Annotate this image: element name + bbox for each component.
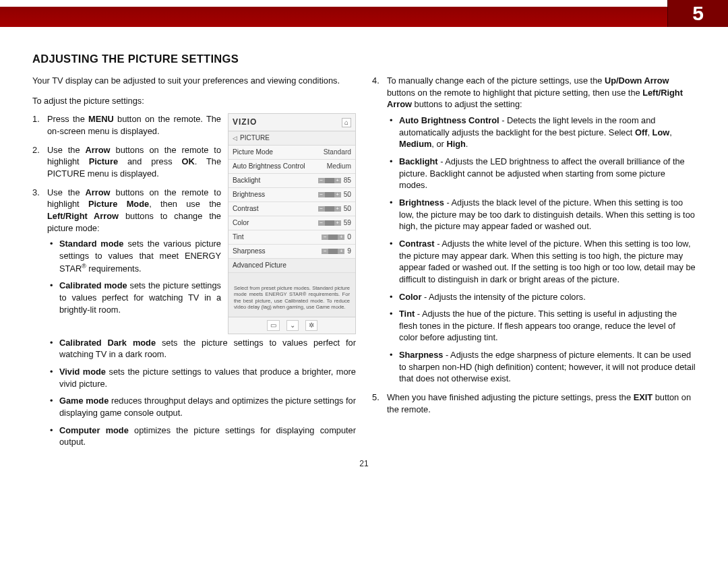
text: buttons to adjust the setting: xyxy=(412,99,522,109)
bold: Calibrated mode xyxy=(59,280,127,290)
bold: Game mode xyxy=(59,396,109,406)
text: Use the xyxy=(47,145,86,155)
setting-contrast: Contrast - Adjusts the white level of th… xyxy=(387,238,696,286)
bold: Contrast xyxy=(399,239,435,249)
text: - Adjusts the intensity of the picture c… xyxy=(421,292,585,302)
picture-mode-list-cont: Calibrated Dark mode sets the picture se… xyxy=(32,337,356,448)
text: When you have finished adjusting the pic… xyxy=(387,392,634,402)
page-body: ADJUSTING THE PICTURE SETTINGS Your TV d… xyxy=(0,27,728,475)
right-ordered-steps: To manually change each of the picture s… xyxy=(372,75,696,415)
step-2: Use the Arrow buttons on the remote to h… xyxy=(32,144,356,180)
text: Use the xyxy=(47,187,86,197)
bold: Brightness xyxy=(399,197,444,208)
bold: Picture xyxy=(89,156,118,166)
bold: Arrow xyxy=(86,187,111,197)
osd-footer: ▭ ⌄ ✲ xyxy=(229,317,355,334)
bold: Calibrated Dark mode xyxy=(59,338,156,348)
text: Press the xyxy=(47,114,88,124)
lead-text: To adjust the picture settings: xyxy=(32,95,356,107)
settings-list: Auto Brightness Control - Detects the li… xyxy=(387,115,696,385)
text: - Adjusts the edge sharpness of picture … xyxy=(399,350,696,383)
two-column-layout: Your TV display can be adjusted to suit … xyxy=(32,75,696,454)
sup: ® xyxy=(82,263,86,270)
bold: Up/Down Arrow xyxy=(605,75,669,86)
setting-backlight: Backlight - Adjusts the LED brightness t… xyxy=(387,156,696,191)
text: - Adjusts the LED brightness to affect t… xyxy=(399,156,685,190)
osd-footer-icon: ⌄ xyxy=(286,320,299,331)
top-bar: 5 xyxy=(0,0,728,27)
osd-footer-icon: ▭ xyxy=(267,320,280,331)
step-5: When you have finished adjusting the pic… xyxy=(372,392,696,415)
left-column: Your TV display can be adjusted to suit … xyxy=(32,75,356,454)
bold: High xyxy=(446,139,465,149)
text: buttons on the remote to highlight that … xyxy=(387,88,642,98)
section-heading: ADJUSTING THE PICTURE SETTINGS xyxy=(32,53,696,65)
mode-calibrated: Calibrated mode sets the picture setting… xyxy=(47,280,356,315)
header-red-bar xyxy=(0,7,728,27)
bold: Computer mode xyxy=(59,425,129,435)
bold: Low xyxy=(653,127,670,137)
text: , xyxy=(669,127,672,137)
text: - Adjusts the hue of the picture. This s… xyxy=(399,309,677,342)
setting-brightness: Brightness - Adjusts the black level of … xyxy=(387,197,696,232)
bold: Medium xyxy=(399,139,431,149)
text: requirements. xyxy=(86,263,142,274)
bold: Arrow xyxy=(86,145,111,155)
setting-color: Color - Adjusts the intensity of the pic… xyxy=(387,291,696,303)
text: , then use the xyxy=(149,199,221,209)
bold: Left/Right Arrow xyxy=(47,211,119,221)
step-4: To manually change each of the picture s… xyxy=(372,75,696,385)
bold: Picture Mode xyxy=(88,199,149,209)
bold: Auto Brightness Control xyxy=(399,115,499,125)
osd-footer-icon: ✲ xyxy=(305,320,317,331)
text: - Adjusts the white level of the picture… xyxy=(399,239,696,284)
picture-mode-list: Standard mode sets the various picture s… xyxy=(47,238,356,315)
bold: EXIT xyxy=(634,392,653,402)
left-ordered-steps: Press the MENU button on the remote. The… xyxy=(32,113,356,315)
mode-standard: Standard mode sets the various picture s… xyxy=(47,238,356,274)
bold: MENU xyxy=(88,114,114,124)
bold: Vivid mode xyxy=(59,367,106,377)
bold: Off xyxy=(635,127,647,137)
mode-game: Game mode reduces throughput delays and … xyxy=(47,395,356,418)
footer-page-number: 21 xyxy=(32,459,696,468)
intro-text: Your TV display can be adjusted to suit … xyxy=(32,75,356,87)
setting-tint: Tint - Adjusts the hue of the picture. T… xyxy=(387,308,696,344)
text: , or xyxy=(431,139,446,149)
bold: Standard mode xyxy=(59,239,123,249)
left-upper-wrap: VIZIO ⌂ ◁ PICTURE Picture Mode Standard xyxy=(32,113,356,338)
mode-computer: Computer mode optimizes the picture sett… xyxy=(47,425,356,448)
bold: Sharpness xyxy=(399,350,443,360)
setting-abc: Auto Brightness Control - Detects the li… xyxy=(387,115,696,150)
text: To manually change each of the picture s… xyxy=(387,75,605,86)
bold: Color xyxy=(399,292,421,302)
mode-calibrated-dark: Calibrated Dark mode sets the picture se… xyxy=(47,337,356,361)
bold: Backlight xyxy=(399,156,438,166)
step-3: Use the Arrow buttons on the remote to h… xyxy=(32,187,356,316)
setting-sharpness: Sharpness - Adjusts the edge sharpness o… xyxy=(387,349,696,385)
right-column: To manually change each of the picture s… xyxy=(372,75,696,454)
chapter-number-box: 5 xyxy=(667,0,728,27)
text: , xyxy=(647,127,652,137)
bold: OK xyxy=(181,156,194,166)
mode-vivid: Vivid mode sets the picture settings to … xyxy=(47,366,356,389)
text: . xyxy=(466,139,468,149)
bold: Tint xyxy=(399,309,415,319)
text: and press xyxy=(118,156,181,166)
step-1: Press the MENU button on the remote. The… xyxy=(32,113,356,137)
